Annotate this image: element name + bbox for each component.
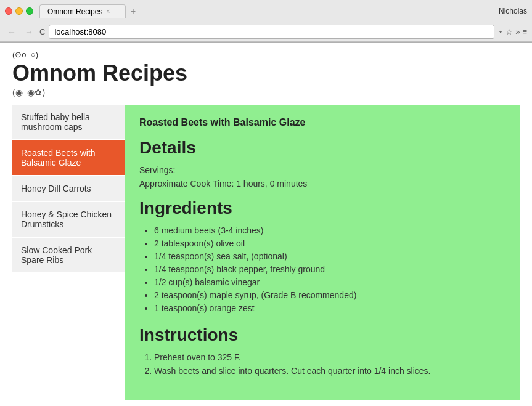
ingredients-heading: Ingredients bbox=[139, 198, 505, 218]
page-content: (⊙o_○) Omnom Recipes (◉_◉✿) Stuffed baby… bbox=[0, 43, 532, 406]
list-item: 6 medium beets (3-4 inches) bbox=[154, 225, 505, 235]
address-bar-row: ← → C ⋆ ☆ » ≡ bbox=[0, 22, 532, 42]
list-item: 2 tablespoon(s) olive oil bbox=[154, 238, 505, 248]
site-title: Omnom Recipes bbox=[12, 60, 520, 86]
sidebar-item-label: Stuffed baby bella mushroom caps bbox=[21, 112, 90, 132]
star-icon[interactable]: ☆ bbox=[505, 27, 513, 36]
details-heading: Details bbox=[139, 138, 505, 158]
user-name: Nicholas bbox=[499, 7, 527, 15]
sidebar-item-stuffed-mushrooms[interactable]: Stuffed baby bella mushroom caps bbox=[12, 105, 125, 140]
site-emoji: (⊙o_○) bbox=[12, 50, 520, 59]
recipe-title: Roasted Beets with Balsamic Glaze bbox=[139, 117, 505, 128]
content-area: Roasted Beets with Balsamic Glaze Detail… bbox=[125, 105, 520, 400]
tab-title: Omnom Recipes bbox=[47, 7, 102, 16]
list-item: 1/2 cup(s) balsamic vinegar bbox=[154, 277, 505, 287]
site-subtitle: (◉_◉✿) bbox=[12, 87, 520, 97]
sidebar-item-label: Honey & Spice Chicken Drumsticks bbox=[21, 209, 112, 229]
tab-close-button[interactable]: × bbox=[106, 8, 110, 15]
back-button[interactable]: ← bbox=[5, 26, 18, 38]
address-bar-input[interactable] bbox=[49, 25, 494, 39]
instructions-heading: Instructions bbox=[139, 325, 505, 345]
traffic-lights bbox=[5, 7, 33, 15]
list-item: Preheat oven to 325 F. bbox=[154, 352, 505, 362]
more-tools-icon[interactable]: » bbox=[515, 27, 520, 36]
tab-bar: Omnom Recipes × + bbox=[39, 4, 499, 18]
browser-chrome: Omnom Recipes × + Nicholas ← → C ⋆ ☆ » ≡ bbox=[0, 0, 532, 43]
list-item: 1 teaspoon(s) orange zest bbox=[154, 303, 505, 313]
sidebar-item-label: Honey Dill Carrots bbox=[21, 184, 91, 193]
cook-time: Approximate Cook Time: 1 hours, 0 minute… bbox=[139, 179, 505, 189]
refresh-button[interactable]: C bbox=[39, 27, 45, 36]
close-window-button[interactable] bbox=[5, 7, 12, 15]
servings-label: Servings: bbox=[139, 165, 505, 175]
sidebar-item-slow-cooked-ribs[interactable]: Slow Cooked Pork Spare Ribs bbox=[12, 238, 125, 274]
list-item: 2 teaspoon(s) maple syrup, (Grade B reco… bbox=[154, 290, 505, 300]
list-item: 1/4 teaspoon(s) black pepper, freshly gr… bbox=[154, 264, 505, 274]
minimize-window-button[interactable] bbox=[15, 7, 23, 15]
sidebar-item-honey-spice-chicken[interactable]: Honey & Spice Chicken Drumsticks bbox=[12, 202, 125, 238]
forward-button[interactable]: → bbox=[22, 26, 36, 38]
sidebar: Stuffed baby bella mushroom caps Roasted… bbox=[12, 105, 125, 400]
maximize-window-button[interactable] bbox=[26, 7, 33, 15]
instructions-list: Preheat oven to 325 F. Wash beets and sl… bbox=[139, 352, 505, 376]
toolbar-icons: ⋆ ☆ » ≡ bbox=[498, 27, 527, 36]
sidebar-item-label: Roasted Beets with Balsamic Glaze bbox=[21, 148, 96, 168]
sidebar-item-roasted-beets[interactable]: Roasted Beets with Balsamic Glaze bbox=[12, 140, 125, 176]
browser-tab[interactable]: Omnom Recipes × bbox=[39, 4, 126, 18]
title-bar: Omnom Recipes × + Nicholas bbox=[0, 0, 532, 22]
main-layout: Stuffed baby bella mushroom caps Roasted… bbox=[12, 105, 520, 400]
bookmark-icon[interactable]: ⋆ bbox=[498, 27, 503, 36]
menu-icon[interactable]: ≡ bbox=[522, 27, 527, 36]
list-item: Wash beets and slice into quarters. Cut … bbox=[154, 366, 505, 376]
sidebar-item-honey-dill-carrots[interactable]: Honey Dill Carrots bbox=[12, 176, 125, 202]
list-item: 1/4 teaspoon(s) sea salt, (optional) bbox=[154, 251, 505, 261]
ingredients-list: 6 medium beets (3-4 inches) 2 tablespoon… bbox=[139, 225, 505, 313]
sidebar-item-label: Slow Cooked Pork Spare Ribs bbox=[21, 245, 92, 265]
new-tab-button[interactable]: + bbox=[126, 4, 141, 18]
